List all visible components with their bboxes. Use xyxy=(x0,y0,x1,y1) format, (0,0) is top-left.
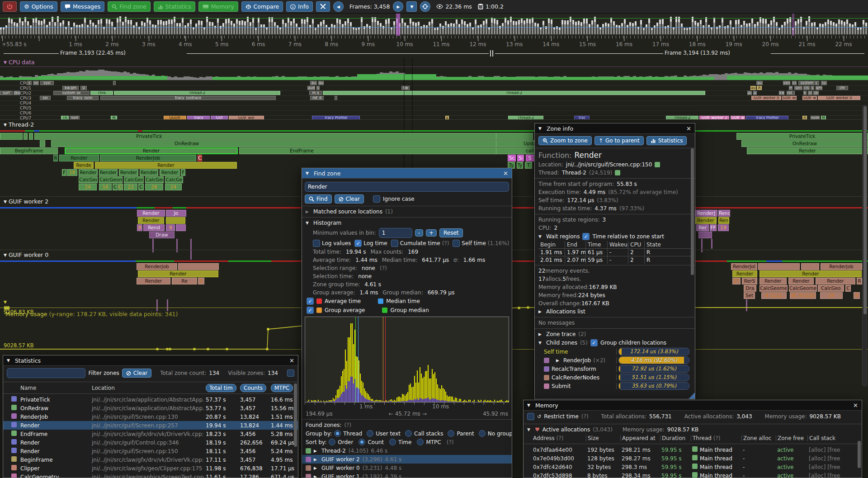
cpu-zone[interactable] xyxy=(335,96,337,100)
timeline-zone[interactable]: F xyxy=(62,169,66,176)
memory-allocation-row[interactable]: 0x7e049b3d00128 bytes298.27 ms59.95 sMai… xyxy=(524,454,862,463)
cpu-zone[interactable]: cls xyxy=(803,86,810,90)
prev-frame-button[interactable]: ◀ xyxy=(333,1,344,12)
cpu-zone[interactable]: sysl xyxy=(40,81,54,85)
allocations-list[interactable]: ▶Allocations list xyxy=(535,308,695,316)
child-zones-header[interactable]: ▼Child zones(5)✓Group children locations xyxy=(535,338,695,347)
zone-info-scrollbar[interactable] xyxy=(691,148,694,275)
timeline-zone[interactable]: Render xyxy=(138,270,218,277)
mem-col-header[interactable]: Address (?) xyxy=(532,435,586,441)
cpu-zone[interactable]: tracy_sysn xyxy=(67,96,99,100)
sort-by-radio[interactable] xyxy=(359,439,365,445)
timeline-zone[interactable]: Render xyxy=(99,169,118,176)
timeline-zone[interactable]: Render xyxy=(95,162,237,169)
timeline-zone[interactable]: 5 xyxy=(198,278,204,284)
memory-allocation-row[interactable]: 0x7dfc42d64032 bytes298.3 ms59.95 sMain … xyxy=(524,463,862,471)
timeline-zone[interactable]: CalcGeome xyxy=(99,176,123,183)
timeline-zone[interactable]: Si xyxy=(517,155,524,161)
found-zone-group-row[interactable]: ▶Thread-2(4,105)6.46 s xyxy=(302,446,512,455)
cpu-zone[interactable]: sen xyxy=(794,86,802,90)
frame-overview-strip[interactable] xyxy=(0,14,868,36)
timeline-zone[interactable]: C xyxy=(138,184,144,190)
mem-col-header[interactable]: Appeared at xyxy=(620,435,660,441)
timeline-zone[interactable]: RenderJ xyxy=(695,210,717,217)
found-zone-group-row[interactable]: ▶GUIF worker 0(3,231)4.48 s xyxy=(302,464,512,472)
col-header-counts[interactable]: Counts xyxy=(238,384,269,392)
next-frame-button[interactable]: ▶ xyxy=(393,1,403,12)
wait-regions-header[interactable]: ▼Wait regions✓Time relative to zone star… xyxy=(535,232,695,241)
memory-allocation-row[interactable]: 0x7dfc53d8988 bytes298.34 ms59.95 sMain … xyxy=(524,471,862,478)
expand-icon[interactable]: ▶ xyxy=(314,457,317,462)
timeline-zone[interactable]: F xyxy=(181,169,185,176)
ignore-case-option[interactable]: Ignore case xyxy=(373,195,415,203)
group-by-radio[interactable] xyxy=(448,430,454,437)
timeline-zone[interactable] xyxy=(29,133,33,140)
statistics-row[interactable]: PrivateTickjni/../jni/src/claw/applicati… xyxy=(3,395,298,404)
min-bin-decrease-button[interactable]: - xyxy=(415,229,423,237)
memory-window-titlebar[interactable]: ▼Memory✕ xyxy=(524,400,862,411)
timeline-zone[interactable] xyxy=(0,133,23,140)
timeline-zone[interactable]: PrivateTick xyxy=(736,133,868,140)
timeline-zone[interactable]: FF xyxy=(710,224,717,231)
timeline-zone[interactable]: RenderJol xyxy=(731,263,757,270)
timeline-zone[interactable]: 8 xyxy=(137,224,142,231)
mem-col-header[interactable]: Zone free xyxy=(776,435,807,441)
mem-col-header[interactable]: Thread (?) xyxy=(691,435,741,441)
stats-toggle[interactable] xyxy=(287,369,294,377)
cpu-zone[interactable]: sy xyxy=(821,81,827,85)
timeline-zone[interactable]: Render xyxy=(695,217,717,224)
child-zone-row[interactable]: Self time172.14 us (3.83%) xyxy=(535,347,695,356)
cpu-zone[interactable]: s xyxy=(316,86,320,90)
compare-button[interactable]: Compare xyxy=(241,1,283,12)
reset-button[interactable]: Reset xyxy=(439,228,463,237)
col-header-total-time[interactable]: Total tim xyxy=(204,384,238,392)
cpu-zone[interactable]: m a xyxy=(309,91,322,95)
cpu-zone[interactable]: kw.gm xyxy=(62,86,79,90)
timeline-zone[interactable]: EndFrame xyxy=(239,147,510,154)
mem-col-header[interactable]: Size xyxy=(586,435,620,441)
timeline-zone[interactable]: Rend xyxy=(143,224,165,231)
cpu-zone[interactable]: s xyxy=(27,81,32,85)
cpu-zone[interactable]: aud xyxy=(307,86,315,90)
legend-checkbox[interactable]: ✓ xyxy=(307,307,314,314)
wait-col-header[interactable]: CPU xyxy=(628,241,644,248)
timeline-zone[interactable]: Re xyxy=(172,278,197,284)
find-zone-button[interactable]: Find zone xyxy=(108,1,150,12)
cpu-zone[interactable]: GUIF w xyxy=(802,96,817,100)
timeline-zone[interactable]: Render xyxy=(137,210,165,217)
cpu-zone[interactable]: se xyxy=(813,91,819,95)
cpu-zone[interactable]: Thre xyxy=(90,91,113,95)
timeline-zone[interactable]: RerS xyxy=(742,278,757,284)
restrict-time-checkbox[interactable] xyxy=(527,413,534,420)
sort-by-radio[interactable] xyxy=(417,439,424,445)
cpu-zone[interactable]: system_s xyxy=(798,81,819,85)
timeline-zone[interactable]: CalcGeor xyxy=(124,176,144,183)
child-zone-row[interactable]: ▶RenderJob(×2)4.16 ms (92.60%) xyxy=(535,356,695,364)
group-by-radio[interactable] xyxy=(367,430,373,437)
wait-col-header[interactable]: Wakeup xyxy=(607,241,628,248)
mem-col-header[interactable]: Call stack xyxy=(807,435,862,441)
timeline-zone[interactable]: 18 xyxy=(67,169,77,176)
cpu-zone[interactable] xyxy=(113,81,116,85)
close-icon[interactable]: ✕ xyxy=(686,125,691,132)
go-to-parent-button[interactable]: ↑Go to parent xyxy=(594,136,644,145)
cpu-zone[interactable]: A xyxy=(757,86,762,90)
timeline-scrollbar-thumb[interactable] xyxy=(863,106,867,314)
cpu-zone[interactable]: gms xyxy=(816,86,822,90)
timeline-zone[interactable]: Render xyxy=(119,169,138,176)
timeline-zone[interactable]: Rende xyxy=(74,162,94,169)
find-zone-window-titlebar[interactable]: ▼Find zone✕ xyxy=(302,168,512,179)
cpu-zone[interactable]: cfir xyxy=(836,86,848,90)
timeline-zone[interactable]: Render xyxy=(137,278,170,284)
timeline-zone[interactable]: Render xyxy=(138,217,164,224)
tools-button[interactable] xyxy=(316,1,330,12)
collapse-icon[interactable]: ▼ xyxy=(306,171,309,175)
thread-header[interactable]: ▼GUIF worker 2 xyxy=(4,198,48,205)
cpu-zone[interactable]: au xyxy=(318,81,324,85)
histogram-section-header[interactable]: ▼Histogram xyxy=(302,219,512,227)
mem-col-header[interactable]: Zone alloc xyxy=(741,435,776,441)
timeline-zone[interactable]: CalcGeo xyxy=(145,176,164,183)
expand-icon[interactable]: ▶ xyxy=(556,358,559,363)
timeline-zone[interactable]: C xyxy=(198,155,202,161)
options-button[interactable]: ⚙Options xyxy=(20,1,57,12)
